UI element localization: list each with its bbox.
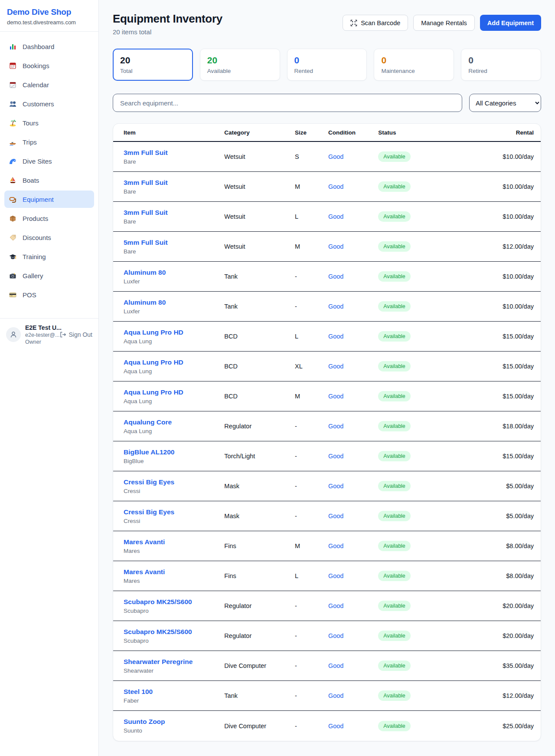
item-size: M xyxy=(295,183,328,190)
status-badge: Available xyxy=(378,511,411,521)
sidebar-item-tours[interactable]: Tours xyxy=(4,114,94,131)
table-row: Cressi Big Eyes Cressi Mask - Good Avail… xyxy=(113,501,541,531)
status-badge: Available xyxy=(378,571,411,581)
item-brand: Scubapro xyxy=(124,638,224,644)
item-name-link[interactable]: Aluminum 80 xyxy=(124,269,224,276)
sidebar-item-discounts[interactable]: Discounts xyxy=(4,229,94,246)
condition-link[interactable]: Good xyxy=(328,453,343,460)
condition-link[interactable]: Good xyxy=(328,723,343,730)
item-name-link[interactable]: Mares Avanti xyxy=(124,538,224,546)
rental-price: $10.00/day xyxy=(466,153,541,160)
item-category: Dive Computer xyxy=(224,662,295,669)
sidebar-item-dashboard[interactable]: Dashboard xyxy=(4,38,94,55)
sidebar-item-products[interactable]: Products xyxy=(4,210,94,227)
condition-link[interactable]: Good xyxy=(328,273,343,280)
condition-link[interactable]: Good xyxy=(328,483,343,490)
item-category: Fins xyxy=(224,542,295,549)
table-row: 3mm Full Suit Bare Wetsuit L Good Availa… xyxy=(113,202,541,232)
sidebar-item-dive-sites[interactable]: Dive Sites xyxy=(4,152,94,170)
stat-card-available[interactable]: 20 Available xyxy=(200,49,280,81)
sidebar-item-label: Customers xyxy=(23,100,54,108)
manage-rentals-button[interactable]: Manage Rentals xyxy=(413,15,475,31)
category-select[interactable]: All Categories xyxy=(469,94,541,112)
condition-link[interactable]: Good xyxy=(328,183,343,190)
item-size: - xyxy=(295,453,328,460)
item-name-link[interactable]: Steel 100 xyxy=(124,688,224,696)
item-name-link[interactable]: Mares Avanti xyxy=(124,568,224,576)
item-size: - xyxy=(295,692,328,699)
sidebar-item-label: POS xyxy=(23,291,36,299)
items-total-count: 20 items total xyxy=(113,28,222,36)
sidebar-item-training[interactable]: Training xyxy=(4,248,94,265)
bookings-icon: 17 xyxy=(9,62,17,70)
item-name-link[interactable]: Aluminum 80 xyxy=(124,299,224,306)
item-size: - xyxy=(295,423,328,430)
item-category: BCD xyxy=(224,363,295,370)
condition-link[interactable]: Good xyxy=(328,692,343,699)
item-name-link[interactable]: 5mm Full Suit xyxy=(124,239,224,247)
rental-price: $8.00/day xyxy=(466,572,541,579)
sidebar-item-label: Trips xyxy=(23,138,37,146)
sidebar-item-equipment[interactable]: Equipment xyxy=(4,191,94,208)
sidebar: Demo Dive Shop demo.test.divestreams.com… xyxy=(0,0,99,756)
sidebar-item-calendar[interactable]: Calendar xyxy=(4,76,94,93)
item-name-link[interactable]: Aqua Lung Pro HD xyxy=(124,329,224,336)
item-category: Torch/Light xyxy=(224,453,295,460)
table-row: Steel 100 Faber Tank - Good Available $1… xyxy=(113,681,541,711)
item-name-link[interactable]: Cressi Big Eyes xyxy=(124,478,224,486)
item-name-link[interactable]: 3mm Full Suit xyxy=(124,179,224,187)
status-badge: Available xyxy=(378,361,411,371)
item-size: - xyxy=(295,273,328,280)
sidebar-item-gallery[interactable]: Gallery xyxy=(4,267,94,284)
condition-link[interactable]: Good xyxy=(328,303,343,310)
item-name-link[interactable]: 3mm Full Suit xyxy=(124,209,224,217)
condition-link[interactable]: Good xyxy=(328,602,343,609)
condition-link[interactable]: Good xyxy=(328,243,343,250)
item-name-link[interactable]: Shearwater Peregrine xyxy=(124,658,224,666)
item-name-link[interactable]: Scubapro MK25/S600 xyxy=(124,598,224,606)
item-size: - xyxy=(295,723,328,730)
add-equipment-button[interactable]: Add Equipment xyxy=(480,15,541,31)
status-badge: Available xyxy=(378,211,411,222)
condition-link[interactable]: Good xyxy=(328,632,343,639)
condition-link[interactable]: Good xyxy=(328,662,343,669)
item-brand: Bare xyxy=(124,158,224,165)
scan-barcode-button[interactable]: Scan Barcode xyxy=(343,15,408,31)
sidebar-item-trips[interactable]: Trips xyxy=(4,133,94,151)
item-size: - xyxy=(295,513,328,519)
sidebar-item-pos[interactable]: POS xyxy=(4,286,94,303)
condition-link[interactable]: Good xyxy=(328,393,343,400)
item-name-link[interactable]: Scubapro MK25/S600 xyxy=(124,628,224,636)
condition-link[interactable]: Good xyxy=(328,213,343,220)
item-name-link[interactable]: Aqua Lung Pro HD xyxy=(124,388,224,396)
sidebar-item-label: Dive Sites xyxy=(23,158,52,165)
rental-price: $10.00/day xyxy=(466,213,541,220)
sidebar-item-customers[interactable]: Customers xyxy=(4,95,94,112)
stat-card-retired[interactable]: 0 Retired xyxy=(461,49,541,81)
item-name-link[interactable]: Aqualung Core xyxy=(124,418,224,426)
sidebar-item-bookings[interactable]: 17 Bookings xyxy=(4,57,94,74)
item-brand: Mares xyxy=(124,548,224,554)
condition-link[interactable]: Good xyxy=(328,572,343,579)
condition-link[interactable]: Good xyxy=(328,423,343,430)
sign-out-button[interactable]: Sign Out xyxy=(59,331,92,338)
app-root: Demo Dive Shop demo.test.divestreams.com… xyxy=(0,0,555,756)
item-name-link[interactable]: BigBlue AL1200 xyxy=(124,448,224,456)
item-name-link[interactable]: Suunto Zoop xyxy=(124,718,224,726)
table-row: Suunto Zoop Suunto Dive Computer - Good … xyxy=(113,711,541,741)
stat-card-total[interactable]: 20 Total xyxy=(113,49,193,81)
search-input[interactable] xyxy=(113,94,462,112)
condition-link[interactable]: Good xyxy=(328,513,343,519)
item-name-link[interactable]: 3mm Full Suit xyxy=(124,149,224,157)
item-name-link[interactable]: Cressi Big Eyes xyxy=(124,508,224,516)
item-name-link[interactable]: Aqua Lung Pro HD xyxy=(124,358,224,366)
stat-card-maintenance[interactable]: 0 Maintenance xyxy=(374,49,454,81)
condition-link[interactable]: Good xyxy=(328,363,343,370)
condition-link[interactable]: Good xyxy=(328,542,343,549)
table-header-row: Item Category Size Condition Status Rent… xyxy=(113,124,541,142)
condition-link[interactable]: Good xyxy=(328,153,343,160)
condition-link[interactable]: Good xyxy=(328,333,343,340)
column-header-status: Status xyxy=(378,129,466,136)
stat-card-rented[interactable]: 0 Rented xyxy=(287,49,367,81)
sidebar-item-boats[interactable]: Boats xyxy=(4,171,94,189)
